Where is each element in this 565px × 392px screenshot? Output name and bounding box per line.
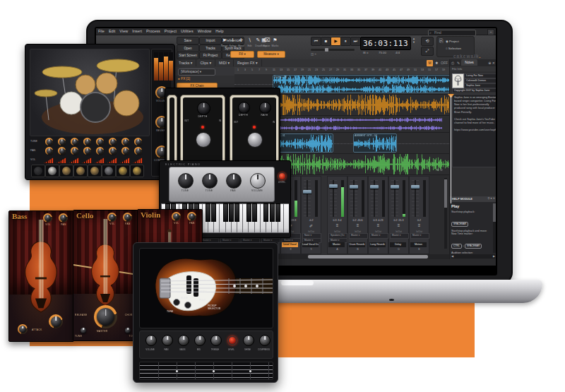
drum-pan-knob[interactable]: [97, 148, 103, 154]
transport-scrub-slider[interactable]: [311, 49, 355, 51]
mixer-strip-long-reverb[interactable]: 0.3 -0.23≡In/OutMaster ▾Long ReverbC: [368, 176, 388, 254]
cello-vol-knob[interactable]: [109, 214, 115, 220]
mode-selection-radio[interactable]: ○ Selection: [446, 47, 461, 50]
chorus-footswitch[interactable]: [196, 132, 211, 148]
transport-spinner[interactable]: ▲▼: [412, 37, 418, 49]
snap-marks-icon[interactable]: ⚑: [271, 37, 279, 44]
bass-guitar-photo[interactable]: TUNESLIDE POLYMONO PICKUPSELECTOR: [139, 248, 273, 328]
tracks-button[interactable]: Tracks: [199, 44, 222, 52]
piano-black-key[interactable]: [223, 203, 228, 222]
menu-edit[interactable]: Edit: [107, 28, 117, 34]
bass-vol-knob[interactable]: [44, 215, 51, 221]
transport-rewind-button[interactable]: ⏮: [311, 37, 321, 46]
chorus-depth-knob[interactable]: [197, 102, 210, 115]
open-button[interactable]: Open: [177, 44, 199, 52]
drum-vol-meter[interactable]: [95, 158, 105, 163]
mixer-strip-delay[interactable]: 0.2 -55.3≡In/OutMaster ▾DelayD: [388, 176, 409, 254]
drum-tune-knob[interactable]: [97, 139, 103, 145]
mute-all-toggle[interactable]: M: [427, 60, 433, 66]
piano-black-key[interactable]: [229, 203, 234, 222]
menu-help[interactable]: Help: [213, 28, 225, 34]
tool-select-icon[interactable]: I: [229, 37, 237, 44]
drum-piece-thumb[interactable]: [116, 165, 130, 177]
bass-fretboard[interactable]: [139, 362, 273, 380]
piano-black-key[interactable]: [211, 203, 216, 222]
cello-master-knob[interactable]: [97, 308, 114, 326]
snap-snap-icon[interactable]: ▦: [260, 37, 268, 44]
save-button[interactable]: Save: [177, 37, 199, 44]
plugin-tab-icon[interactable]: ✎: [456, 59, 461, 66]
window-minimize-button[interactable]: –: [487, 29, 494, 35]
metronome-icon[interactable]: ◫ ⌁: [311, 52, 316, 56]
bass-bass-knob[interactable]: [178, 335, 189, 346]
drum-piece-thumb[interactable]: [102, 165, 116, 177]
bass-shine-knob[interactable]: [243, 335, 254, 346]
drum-piece-thumb[interactable]: [88, 165, 102, 177]
workspace-dropdown[interactable]: [Workspace] ▾: [178, 69, 215, 76]
strip-send-dropdown[interactable]: Master ▾: [410, 233, 429, 239]
menu-insert[interactable]: Insert: [130, 28, 144, 34]
view-tab-tracks[interactable]: Tracks ▾: [175, 59, 196, 66]
strip-send-dropdown[interactable]: Master ▾: [369, 233, 388, 239]
piano-black-key[interactable]: [252, 203, 257, 222]
bass-release-knob[interactable]: [51, 316, 61, 327]
strip-send-dropdown[interactable]: Master ▾: [349, 233, 368, 239]
snap-measure-dropdown[interactable]: Measure ▾: [257, 51, 285, 58]
notes-text[interactable]: Sophia Jane is an emerging Boston based …: [452, 94, 496, 167]
strip-pan-icon[interactable]: ≡: [348, 223, 367, 227]
view-tab-midi[interactable]: MIDI ▾: [215, 59, 234, 66]
drum-pan-knob[interactable]: [59, 148, 65, 154]
tremolo-footswitch[interactable]: [247, 132, 263, 148]
help-vscrollbar[interactable]: [493, 203, 496, 253]
transport-stop-button[interactable]: ■: [321, 37, 331, 46]
transport-forward-button[interactable]: ⏭: [350, 37, 361, 46]
strip-send-dropdown[interactable]: Master ▾: [390, 233, 409, 239]
clipboard-icon[interactable]: ⎘: [439, 38, 444, 44]
strip-pan-icon[interactable]: ≡: [389, 223, 408, 227]
drum-pan-knob[interactable]: [123, 148, 129, 154]
strip-pan-icon[interactable]: ≡: [369, 223, 388, 227]
drum-pan-knob[interactable]: [85, 148, 90, 154]
piano-black-key[interactable]: [275, 203, 280, 222]
drum-tune-knob[interactable]: [136, 139, 141, 145]
fader-cap[interactable]: [411, 185, 420, 189]
cello-small-knob[interactable]: [125, 328, 131, 333]
piano-volume-knob[interactable]: [250, 173, 266, 189]
drum-vol-meter[interactable]: [56, 158, 66, 163]
bass-attack-knob[interactable]: [19, 326, 26, 333]
drum-vol-meter[interactable]: [120, 158, 130, 163]
piano-white-key[interactable]: [283, 203, 289, 233]
tool-fill-dropdown[interactable]: Fill ▾: [230, 51, 254, 58]
drum-pan-knob[interactable]: [136, 148, 141, 154]
piano-black-key[interactable]: [206, 203, 210, 222]
drum-piece-thumb[interactable]: [31, 165, 45, 177]
view-tab-clips[interactable]: Clips ▾: [196, 59, 215, 66]
fader-cap[interactable]: [391, 185, 399, 189]
bass-volume-knob[interactable]: [145, 335, 157, 346]
clip-ambient-gtr-2[interactable]: AMBIENT GTR - 04: [353, 133, 397, 153]
cello-small-knob[interactable]: [81, 328, 86, 333]
fit-project-button[interactable]: Fit Project: [199, 52, 222, 59]
import-button[interactable]: Import: [199, 37, 222, 44]
tool-edit-icon[interactable]: ∖: [246, 37, 254, 44]
start-screen-button[interactable]: Start Screen: [177, 52, 199, 59]
loop-button[interactable]: ⟲: [421, 37, 434, 46]
drum-piece-thumb[interactable]: [45, 165, 59, 177]
help-module-icons[interactable]: ⚲ ▾ ✕: [487, 196, 495, 200]
piano-pan-knob[interactable]: [226, 173, 242, 189]
drum-tune-knob[interactable]: [72, 139, 78, 145]
menu-process[interactable]: Process: [144, 28, 162, 34]
fader-cap[interactable]: [329, 184, 338, 188]
drum-kit-photo[interactable]: [30, 49, 150, 136]
tremolo-rate-knob[interactable]: [259, 102, 271, 114]
expand-button[interactable]: ⤢: [421, 47, 434, 56]
fader-cap[interactable]: [303, 190, 311, 194]
violin-vol-knob[interactable]: [173, 213, 179, 220]
help-hscrollbar[interactable]: ◀▶: [451, 254, 495, 259]
view-tab-region[interactable]: Region FX ▾: [234, 59, 262, 66]
tool-smart-icon[interactable]: ➤: [220, 37, 228, 44]
mixer-strip-drum-reverb[interactable]: 0.2 -20.6≡In/OutMaster ▾Drum ReverbB: [347, 176, 368, 254]
mode-project-radio[interactable]: ◉ Project: [446, 40, 459, 43]
drum-tune-knob[interactable]: [85, 139, 90, 145]
clip-drums[interactable]: Drums - 04: [273, 75, 449, 93]
